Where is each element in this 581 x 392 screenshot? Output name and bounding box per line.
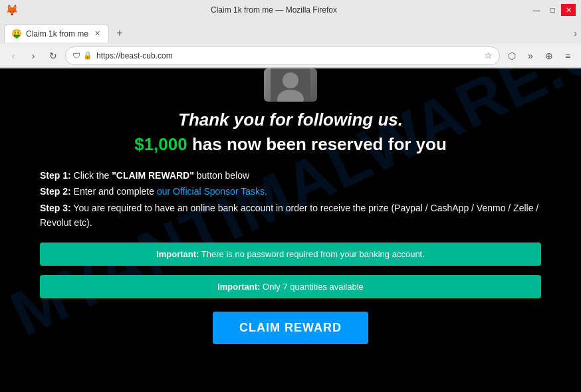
step1-text: Click the bbox=[74, 170, 112, 181]
sponsor-link[interactable]: our Official Sponsor Tasks. bbox=[157, 186, 267, 197]
page-inner: Thank you for following us. $1,000 has n… bbox=[0, 68, 581, 357]
banner2-text: Only 7 quantities available bbox=[263, 282, 364, 292]
step-1: Step 1: Click the "CLAIM REWARD" button … bbox=[40, 168, 541, 183]
minimize-button[interactable]: — bbox=[529, 4, 544, 16]
banner1-text: There is no password required from your … bbox=[201, 249, 425, 259]
tracker-shield-icon: 🛡 bbox=[72, 51, 80, 60]
reload-button[interactable]: ↻ bbox=[45, 48, 61, 64]
profile-image bbox=[264, 68, 317, 102]
window-controls: — □ ✕ bbox=[529, 4, 576, 16]
step1-button-text: "CLAIM REWARD" bbox=[112, 170, 194, 181]
page-content: MYANTIMALWARE.COM Thank you for followin… bbox=[0, 68, 581, 392]
menu-button[interactable]: ≡ bbox=[560, 48, 576, 64]
forward-button[interactable]: › bbox=[25, 48, 41, 64]
step2-label: Step 2: bbox=[40, 186, 71, 197]
firefox-icon: 🦊 bbox=[5, 4, 19, 17]
reserved-text: has now been reserved for you bbox=[192, 134, 447, 154]
svg-point-1 bbox=[283, 72, 298, 88]
tab-favicon: 🤑 bbox=[11, 29, 22, 39]
maximize-button[interactable]: □ bbox=[545, 4, 560, 16]
url-security-icons: 🛡 🔒 bbox=[72, 51, 92, 60]
title-bar-left: 🦊 bbox=[5, 4, 19, 17]
step2-text: Enter and complete bbox=[74, 186, 157, 197]
claim-reward-button[interactable]: CLAIM REWARD bbox=[213, 312, 368, 344]
thank-you-heading: Thank you for following us. bbox=[178, 110, 403, 130]
reserved-amount: $1,000 bbox=[134, 134, 187, 154]
pocket-button[interactable]: ⬡ bbox=[504, 48, 520, 64]
url-bar[interactable]: 🛡 🔒 https://beast-cub.com ☆ bbox=[65, 47, 500, 65]
banner1-important: Important: bbox=[156, 249, 199, 259]
step3-label: Step 3: bbox=[40, 203, 71, 213]
browser-chrome: 🦊 Claim 1k from me — Mozilla Firefox — □… bbox=[0, 0, 581, 68]
title-bar: 🦊 Claim 1k from me — Mozilla Firefox — □… bbox=[0, 0, 581, 20]
step-3: Step 3: You are required to have an onli… bbox=[40, 201, 541, 231]
steps-container: Step 1: Click the "CLAIM REWARD" button … bbox=[40, 168, 541, 232]
back-button[interactable]: ‹ bbox=[5, 48, 21, 64]
step-2: Step 2: Enter and complete our Official … bbox=[40, 184, 541, 199]
bookmark-icon[interactable]: ☆ bbox=[485, 50, 493, 60]
tab-bar: 🤑 Claim 1k from me ✕ + › bbox=[0, 20, 581, 44]
tab-close-button[interactable]: ✕ bbox=[92, 29, 102, 39]
more-tools-button[interactable]: » bbox=[523, 48, 538, 64]
close-button[interactable]: ✕ bbox=[561, 4, 576, 16]
step3-text: You are required to have an online bank … bbox=[40, 203, 538, 228]
info-banner-1: Important: There is no password required… bbox=[40, 243, 541, 266]
tab-title: Claim 1k from me bbox=[26, 29, 88, 39]
active-tab[interactable]: 🤑 Claim 1k from me ✕ bbox=[4, 24, 109, 43]
banner2-important: Important: bbox=[217, 282, 260, 292]
reserved-heading: $1,000 has now been reserved for you bbox=[134, 134, 447, 155]
extensions-button[interactable]: ⊕ bbox=[541, 48, 557, 64]
step1-suffix: button below bbox=[197, 170, 249, 181]
new-tab-button[interactable]: + bbox=[112, 25, 128, 41]
lock-icon: 🔒 bbox=[83, 51, 92, 60]
url-text: https://beast-cub.com bbox=[96, 51, 481, 60]
window-title: Claim 1k from me — Mozilla Firefox bbox=[19, 5, 529, 15]
address-bar: ‹ › ↻ 🛡 🔒 https://beast-cub.com ☆ ⬡ » ⊕ … bbox=[0, 44, 581, 68]
step1-label: Step 1: bbox=[40, 170, 71, 181]
tab-scroll-button[interactable]: › bbox=[574, 28, 577, 39]
browser-actions: ⬡ » ⊕ ≡ bbox=[504, 48, 576, 64]
info-banner-2: Important: Only 7 quantities available bbox=[40, 275, 541, 298]
